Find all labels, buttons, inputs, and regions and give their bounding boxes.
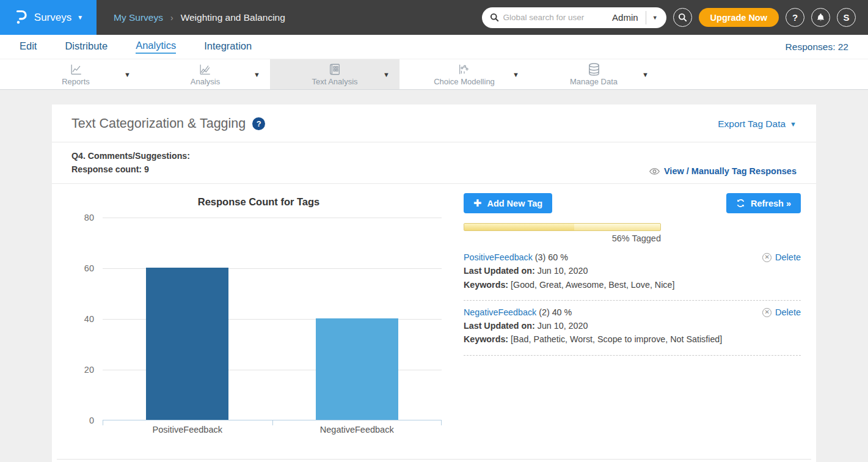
export-tag-data-dropdown[interactable]: Export Tag Data ▼: [718, 119, 797, 130]
nav-item-distribute[interactable]: Distribute: [65, 40, 108, 53]
choice-modelling-icon: [457, 63, 472, 76]
survey-nav: EditDistributeAnalyticsIntegration Respo…: [0, 35, 868, 59]
circle-x-icon: ✕: [762, 253, 771, 262]
responses-count: Responses: 22: [786, 42, 848, 53]
chevron-down-icon[interactable]: ▼: [642, 70, 649, 78]
last-updated-value: Jun 10, 2020: [538, 321, 588, 331]
chevron-down-icon[interactable]: ▼: [253, 70, 260, 78]
tag-keywords: Keywords: [Good, Great, Awesome, Best, L…: [464, 278, 801, 292]
tags-panel: ✚ Add New Tag Refresh »: [450, 192, 801, 435]
help-button[interactable]: ?: [786, 8, 804, 27]
upgrade-now-button[interactable]: Upgrade Now: [699, 8, 779, 27]
add-new-tag-label: Add New Tag: [487, 199, 542, 208]
tag-count-percent: (3) 60 %: [533, 252, 568, 262]
refresh-icon: [736, 199, 745, 208]
keywords-label: Keywords:: [464, 334, 511, 344]
tag-count-percent: (2) 40 %: [536, 307, 572, 317]
chevron-down-icon[interactable]: ▼: [383, 70, 390, 78]
analytics-tab-strip: Reports▼Analysis▼Text Analysis▼Choice Mo…: [0, 59, 868, 90]
text-tagging-card: Text Categorization & Tagging ? Export T…: [52, 105, 816, 462]
tab-analysis[interactable]: Analysis▼: [140, 59, 270, 89]
tab-label: Reports: [62, 77, 90, 86]
chevron-down-icon[interactable]: ▼: [124, 70, 131, 78]
last-updated-label: Last Updated on:: [464, 321, 538, 331]
global-search-input[interactable]: [503, 13, 609, 22]
nav-item-analytics[interactable]: Analytics: [136, 40, 176, 54]
refresh-button[interactable]: Refresh »: [726, 193, 801, 213]
x-category-label: NegativeFeedback: [272, 420, 442, 435]
nav-item-edit[interactable]: Edit: [20, 40, 37, 53]
delete-label: Delete: [775, 251, 801, 264]
eye-icon: [649, 167, 660, 175]
tagged-progress-fill: [464, 224, 574, 230]
nav-item-integration[interactable]: Integration: [204, 40, 252, 53]
circle-x-icon: ✕: [762, 308, 771, 317]
bell-icon: [816, 13, 825, 22]
header-search-button[interactable]: [673, 8, 692, 27]
x-category-label: PositiveFeedback: [103, 420, 272, 435]
title-help-icon[interactable]: ?: [252, 117, 265, 130]
breadcrumb-my-surveys[interactable]: My Surveys: [114, 12, 163, 23]
view-manually-tag-link[interactable]: View / Manually Tag Responses: [649, 166, 797, 176]
question-block: Q4. Comments/Suggestions: Response count…: [71, 149, 190, 176]
view-manually-tag-label: View / Manually Tag Responses: [664, 166, 797, 176]
page-title-text: Text Categorization & Tagging: [71, 116, 246, 131]
tag-name-link[interactable]: PositiveFeedback: [464, 252, 533, 262]
x-axis-tick: [272, 420, 273, 425]
refresh-label: Refresh »: [751, 199, 791, 208]
line-chart-icon: [69, 63, 83, 76]
breadcrumb-current-survey: Weighting and Balancing: [181, 12, 285, 23]
avatar[interactable]: S: [837, 8, 856, 27]
product-name: Surveys: [34, 12, 71, 24]
chevron-down-icon: ▼: [77, 14, 83, 21]
tag-title: NegativeFeedback (2) 40 %: [464, 306, 572, 319]
page-background: Text Categorization & Tagging ? Export T…: [0, 90, 868, 462]
search-scope-dropdown-icon[interactable]: ▼: [646, 15, 660, 21]
y-tick-label: 60: [68, 263, 94, 273]
tab-label: Text Analysis: [312, 77, 357, 86]
bar-negativefeedback: [316, 318, 398, 420]
questionpro-logo-icon: [13, 7, 29, 28]
bar-chart: 020406080 PositiveFeedbackNegativeFeedba…: [103, 218, 450, 435]
tag-entry-positivefeedback: PositiveFeedback (3) 60 %✕DeleteLast Upd…: [464, 246, 801, 301]
search-icon: [490, 13, 499, 22]
y-tick-label: 80: [68, 213, 94, 222]
tag-last-updated: Last Updated on: Jun 10, 2020: [464, 264, 801, 277]
x-axis-tick: [441, 420, 442, 425]
delete-tag-button[interactable]: ✕Delete: [762, 306, 801, 319]
add-new-tag-button[interactable]: ✚ Add New Tag: [464, 193, 552, 213]
surveys-product-menu[interactable]: Surveys ▼: [0, 0, 97, 35]
tab-choice-modelling[interactable]: Choice Modelling▼: [399, 59, 529, 89]
delete-label: Delete: [775, 306, 801, 319]
tag-head: NegativeFeedback (2) 40 %✕Delete: [464, 306, 801, 319]
keywords-value: [Bad, Pathetic, Worst, Scope to improve,…: [511, 334, 722, 344]
response-count: Response count: 9: [71, 163, 190, 176]
tag-entry-negativefeedback: NegativeFeedback (2) 40 %✕DeleteLast Upd…: [464, 301, 801, 356]
notifications-button[interactable]: [811, 8, 830, 27]
tab-label: Manage Data: [570, 77, 618, 86]
last-updated-label: Last Updated on:: [464, 266, 538, 276]
tab-manage-data[interactable]: Manage Data▼: [529, 59, 658, 89]
gridline-80: [103, 218, 442, 218]
tag-title: PositiveFeedback (3) 60 %: [464, 251, 568, 264]
chart-panel: Response Count for Tags 020406080 Positi…: [67, 192, 450, 435]
tab-label: Analysis: [191, 77, 220, 86]
tab-text-analysis[interactable]: Text Analysis▼: [270, 59, 399, 89]
x-axis-tick: [103, 420, 103, 425]
search-scope-admin[interactable]: Admin: [608, 12, 646, 23]
breadcrumb: My Surveys › Weighting and Balancing: [114, 0, 285, 35]
last-updated-value: Jun 10, 2020: [538, 266, 588, 276]
delete-tag-button[interactable]: ✕Delete: [762, 251, 801, 264]
chart-plot-area: 020406080: [103, 218, 442, 420]
chevron-down-icon[interactable]: ▼: [512, 70, 519, 78]
tagged-progress-bar: [464, 223, 661, 231]
tag-keywords: Keywords: [Bad, Pathetic, Worst, Scope t…: [464, 332, 801, 346]
tag-last-updated: Last Updated on: Jun 10, 2020: [464, 319, 801, 332]
chart-title: Response Count for Tags: [67, 196, 450, 208]
top-bar: Surveys ▼ My Surveys › Weighting and Bal…: [0, 0, 868, 35]
analysis-chart-icon: [198, 63, 212, 76]
tag-list: PositiveFeedback (3) 60 %✕DeleteLast Upd…: [464, 246, 801, 356]
tagged-progress-label: 56% Tagged: [464, 233, 661, 243]
tab-reports[interactable]: Reports▼: [11, 59, 140, 89]
tag-name-link[interactable]: NegativeFeedback: [464, 307, 536, 317]
